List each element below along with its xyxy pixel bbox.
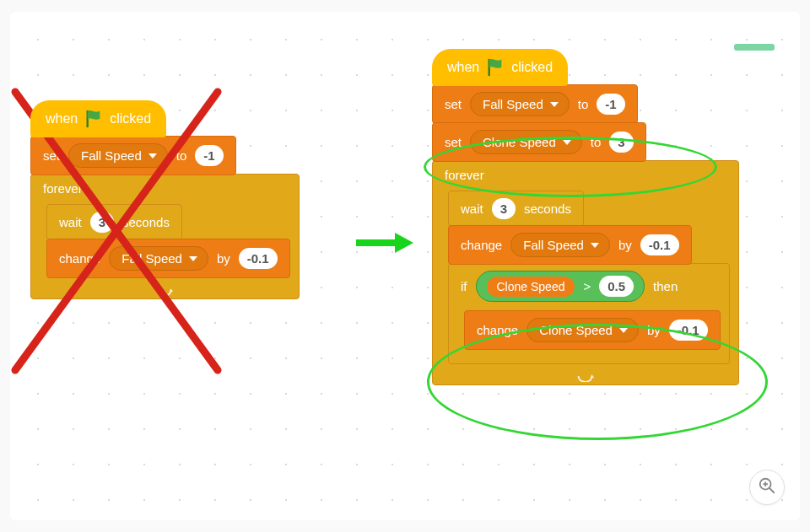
loop-arrow-icon bbox=[576, 370, 595, 382]
svg-line-4 bbox=[770, 488, 775, 493]
hat-when-label: when bbox=[447, 60, 479, 75]
change-label: change bbox=[59, 251, 100, 266]
var-dropdown-fall-speed[interactable]: Fall Speed bbox=[470, 92, 570, 116]
change-fall-speed-block[interactable]: change Fall Speed by -0.1 bbox=[46, 239, 290, 278]
var-name: Clone Speed bbox=[539, 323, 613, 337]
zoom-in-button[interactable] bbox=[749, 470, 785, 505]
then-label: then bbox=[653, 279, 678, 293]
to-label: to bbox=[591, 135, 602, 149]
hat-clicked-label: clicked bbox=[110, 111, 151, 126]
chevron-down-icon bbox=[619, 328, 628, 333]
var-dropdown-fall-speed[interactable]: Fall Speed bbox=[68, 143, 168, 168]
chevron-down-icon bbox=[550, 102, 559, 107]
green-flag-icon bbox=[486, 57, 505, 78]
seconds-label: seconds bbox=[122, 215, 170, 229]
var-dropdown-clone-speed[interactable]: Clone Speed bbox=[526, 318, 639, 342]
hat-when-flag-clicked[interactable]: when clicked bbox=[30, 100, 166, 137]
var-name: Clone Speed bbox=[483, 135, 556, 149]
set-fall-speed-block[interactable]: set Fall Speed to -1 bbox=[432, 84, 638, 124]
hat-when-label: when bbox=[46, 111, 78, 126]
scratch-canvas: when clicked set Fall Speed to -1 foreve… bbox=[10, 12, 800, 520]
forever-label: forever bbox=[445, 168, 484, 182]
hat-when-flag-clicked[interactable]: when clicked bbox=[432, 49, 568, 86]
set-label: set bbox=[43, 148, 60, 163]
if-block[interactable]: if Clone Speed > 0.5 then change Clone S bbox=[448, 263, 730, 364]
gt-symbol: > bbox=[583, 279, 591, 293]
wait-label: wait bbox=[461, 202, 483, 216]
operator-greater-than[interactable]: Clone Speed > 0.5 bbox=[476, 271, 645, 302]
change-clone-speed-block[interactable]: change Clone Speed by -0.1 bbox=[464, 310, 721, 350]
to-label: to bbox=[578, 97, 589, 111]
wait-value-input[interactable]: 3 bbox=[90, 212, 114, 233]
to-label: to bbox=[176, 148, 187, 163]
var-dropdown-fall-speed[interactable]: Fall Speed bbox=[109, 246, 208, 271]
gt-rhs-input[interactable]: 0.5 bbox=[599, 276, 634, 297]
magnifier-plus-icon bbox=[758, 476, 776, 498]
chevron-down-icon bbox=[563, 140, 571, 145]
set-fall-speed-block[interactable]: set Fall Speed to -1 bbox=[30, 136, 236, 175]
wait-label: wait bbox=[59, 215, 82, 229]
green-flag-icon bbox=[84, 109, 103, 129]
seconds-label: seconds bbox=[524, 202, 571, 216]
script-before: when clicked set Fall Speed to -1 foreve… bbox=[30, 100, 300, 299]
var-name: Fall Speed bbox=[483, 97, 543, 111]
forever-block[interactable]: forever wait 3 seconds change Fall Speed… bbox=[432, 160, 739, 385]
forever-label: forever bbox=[43, 181, 83, 196]
var-dropdown-clone-speed[interactable]: Clone Speed bbox=[470, 130, 582, 154]
by-label: by bbox=[618, 238, 632, 252]
var-name: Fall Speed bbox=[523, 238, 584, 252]
wait-block[interactable]: wait 3 seconds bbox=[448, 191, 584, 227]
change-label: change bbox=[461, 238, 502, 252]
change-fall-value-input[interactable]: -0.1 bbox=[640, 234, 679, 255]
change-clone-value-input[interactable]: -0.1 bbox=[669, 320, 708, 341]
if-label: if bbox=[461, 279, 467, 293]
by-label: by bbox=[647, 323, 661, 337]
set-clone-speed-block[interactable]: set Clone Speed to 3 bbox=[432, 122, 646, 162]
var-reporter-clone-speed[interactable]: Clone Speed bbox=[487, 277, 575, 297]
change-label: change bbox=[477, 323, 518, 337]
change-fall-value-input[interactable]: -0.1 bbox=[239, 248, 278, 269]
wait-block[interactable]: wait 3 seconds bbox=[46, 204, 182, 240]
chevron-down-icon bbox=[148, 153, 157, 159]
change-fall-speed-block[interactable]: change Fall Speed by -0.1 bbox=[448, 225, 692, 265]
set-fall-value-input[interactable]: -1 bbox=[195, 145, 223, 166]
forever-block[interactable]: forever wait 3 seconds change Fall Speed… bbox=[30, 174, 300, 299]
var-dropdown-fall-speed[interactable]: Fall Speed bbox=[510, 233, 610, 257]
by-label: by bbox=[217, 251, 230, 266]
set-clone-value-input[interactable]: 3 bbox=[609, 132, 633, 153]
loop-arrow-icon bbox=[155, 284, 174, 296]
set-label: set bbox=[445, 97, 462, 111]
var-name: Fall Speed bbox=[81, 148, 142, 163]
set-fall-value-input[interactable]: -1 bbox=[597, 94, 624, 115]
hat-clicked-label: clicked bbox=[511, 60, 553, 75]
slider-handle[interactable] bbox=[734, 44, 775, 51]
set-label: set bbox=[445, 135, 462, 149]
script-after: when clicked set Fall Speed to -1 set Cl… bbox=[432, 49, 739, 385]
wait-value-input[interactable]: 3 bbox=[492, 198, 516, 219]
chevron-down-icon bbox=[189, 256, 197, 261]
arrow-right-icon bbox=[354, 231, 415, 255]
var-name: Fall Speed bbox=[122, 251, 182, 266]
chevron-down-icon bbox=[591, 243, 599, 248]
